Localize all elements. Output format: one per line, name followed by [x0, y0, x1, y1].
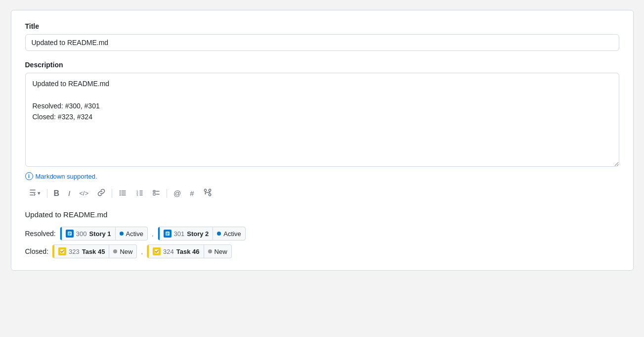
story-301-id: 301: [174, 230, 185, 238]
task-323-status-dot: [113, 249, 117, 253]
pr-icon: [203, 188, 212, 198]
task-324-title: Task 46: [176, 248, 200, 255]
story-301-status-dot: [217, 232, 221, 236]
title-label: Title: [25, 22, 619, 30]
story-300-id: 300: [76, 230, 87, 238]
work-item-300[interactable]: 300 Story 1 Active: [60, 227, 148, 241]
story-icon-300: [66, 230, 74, 238]
task-323-status: New: [109, 245, 136, 258]
bold-icon: B: [54, 189, 60, 198]
chevron-icon: ▾: [38, 190, 41, 196]
reference-button[interactable]: #: [186, 187, 197, 199]
svg-point-17: [209, 193, 211, 196]
description-label: Description: [25, 61, 619, 69]
task-324-status-text: New: [215, 248, 227, 255]
task-icon-324: [153, 247, 161, 255]
task-324-id: 324: [163, 248, 174, 255]
closed-label: Closed:: [25, 247, 48, 255]
link-icon: [97, 189, 105, 198]
link-button[interactable]: [94, 187, 109, 200]
task-323-id: 323: [69, 248, 80, 255]
ordered-list-icon: 1. 2. 3.: [135, 189, 143, 198]
svg-point-0: [120, 191, 121, 192]
unordered-list-button[interactable]: [115, 187, 130, 200]
format-icon: [29, 189, 37, 198]
story-301-status-text: Active: [223, 230, 241, 238]
mention-icon: @: [173, 189, 181, 197]
svg-point-16: [204, 189, 207, 192]
story-icon-301: [164, 230, 172, 238]
info-icon: i: [25, 172, 33, 180]
main-container: Title Description Updated to README.md R…: [11, 10, 634, 271]
story-300-title: Story 1: [89, 230, 111, 238]
story-301-status: Active: [213, 227, 245, 240]
separator-2: ,: [141, 248, 143, 255]
format-button[interactable]: ▾: [25, 187, 44, 200]
story-301-title: Story 2: [187, 230, 209, 238]
markdown-note-text: Markdown supported.: [36, 173, 97, 180]
task-324-id-section: 324 Task 46: [149, 245, 204, 258]
story-300-status: Active: [116, 227, 147, 240]
task-324-status: New: [204, 245, 231, 258]
svg-text:3.: 3.: [136, 193, 139, 196]
task-323-id-section: 323 Task 45: [54, 245, 109, 258]
svg-rect-13: [153, 193, 155, 195]
pr-button[interactable]: [200, 186, 215, 200]
reference-icon: #: [190, 189, 194, 197]
closed-row: Closed: 323 Task 45 New: [25, 244, 619, 258]
story-300-status-dot: [120, 232, 124, 236]
svg-point-18: [209, 189, 211, 192]
description-textarea[interactable]: Updated to README.md Resolved: #300, #30…: [25, 73, 619, 167]
italic-icon: I: [68, 189, 70, 197]
bold-button[interactable]: B: [50, 187, 63, 200]
toolbar-sep-3: [167, 189, 167, 198]
mention-button[interactable]: @: [170, 187, 184, 199]
ordered-list-button[interactable]: 1. 2. 3.: [132, 187, 147, 200]
work-item-324[interactable]: 324 Task 46 New: [147, 244, 231, 258]
markdown-note: i Markdown supported.: [25, 172, 619, 180]
svg-point-2: [120, 194, 121, 195]
task-323-status-text: New: [120, 248, 132, 255]
unordered-list-icon: [119, 189, 127, 198]
description-toolbar: ▾ B I </>: [25, 183, 619, 203]
task-323-title: Task 45: [82, 248, 105, 255]
work-items-section: Resolved: 300 Story 1: [25, 227, 619, 258]
toolbar-sep-2: [112, 189, 112, 198]
story-301-id-section: 301 Story 2: [160, 227, 214, 240]
story-300-id-section: 300 Story 1: [62, 227, 116, 240]
task-324-status-dot: [208, 249, 212, 253]
italic-button[interactable]: I: [65, 187, 74, 199]
code-button[interactable]: </>: [76, 188, 92, 199]
work-item-301[interactable]: 301 Story 2 Active: [158, 227, 246, 241]
story-300-status-text: Active: [126, 230, 143, 238]
tasklist-button[interactable]: [149, 187, 164, 200]
resolved-row: Resolved: 300 Story 1: [25, 227, 619, 241]
code-icon: </>: [79, 190, 88, 197]
task-icon-323: [58, 247, 66, 255]
title-input[interactable]: [25, 34, 619, 51]
tasklist-icon: [152, 189, 160, 198]
work-item-323[interactable]: 323 Task 45 New: [52, 244, 137, 258]
resolved-label: Resolved:: [25, 230, 56, 238]
svg-point-1: [120, 193, 121, 193]
preview-title: Updated to README.md: [25, 210, 619, 219]
toolbar-sep-1: [47, 189, 47, 198]
separator-1: ,: [152, 230, 154, 238]
